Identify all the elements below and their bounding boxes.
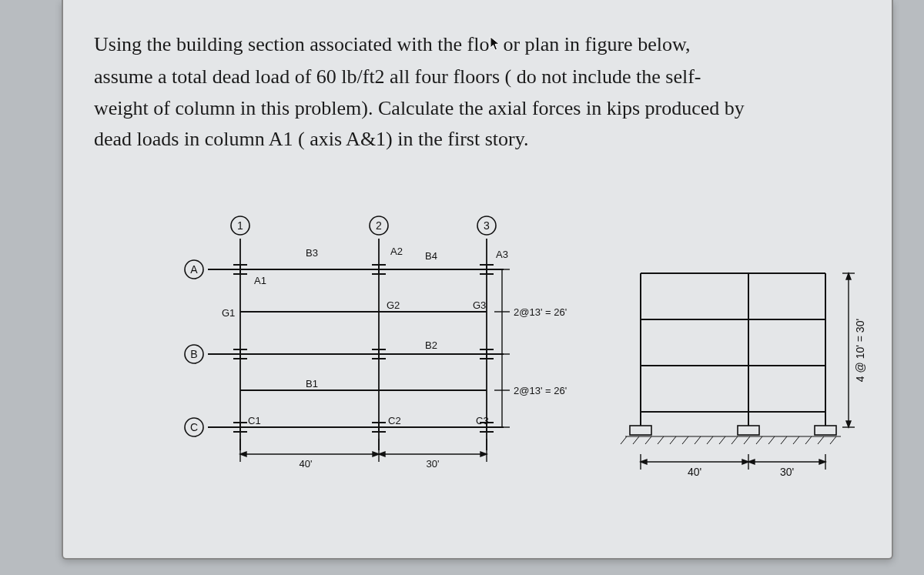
- problem-line2: assume a total dead load of 60 lb/ft2 al…: [94, 65, 701, 88]
- elev-height: 4 @ 10' = 30': [854, 319, 866, 382]
- svg-line-41: [695, 436, 701, 444]
- elev-span2: 30': [780, 466, 794, 478]
- grid-num-1-label: 1: [237, 219, 243, 232]
- label-B1: B1: [306, 378, 318, 389]
- label-B2: B2: [425, 339, 437, 351]
- svg-rect-33: [815, 426, 836, 435]
- svg-line-51: [818, 436, 824, 444]
- label-C3: C3: [476, 415, 489, 426]
- grid-letter-B: B: [185, 345, 203, 363]
- svg-line-43: [719, 436, 725, 444]
- elev-span1: 40': [688, 466, 701, 478]
- svg-line-36: [633, 436, 639, 444]
- cursor-icon: [489, 31, 503, 62]
- grid-C-label: C: [190, 421, 198, 433]
- svg-line-35: [621, 436, 627, 444]
- grid-letter-A: A: [185, 260, 203, 279]
- label-B4: B4: [425, 250, 437, 262]
- dim-span2: 30': [427, 458, 440, 470]
- label-G2: G2: [387, 299, 400, 311]
- problem-line1a: Using the building section associated wi…: [94, 33, 489, 55]
- building-section: 40' 30' 4 @ 10' = 30': [618, 242, 879, 520]
- grid-letter-C: C: [185, 418, 203, 436]
- label-B3: B3: [306, 247, 318, 259]
- grid-B-label: B: [190, 348, 197, 360]
- label-C1: C1: [248, 415, 261, 426]
- svg-line-49: [793, 436, 799, 444]
- problem-line1b: or plan in figure below,: [503, 33, 690, 55]
- page-container: columns Using the building section assoc…: [62, 0, 893, 560]
- svg-line-45: [744, 436, 750, 444]
- svg-line-37: [645, 436, 651, 444]
- svg-line-39: [670, 436, 676, 444]
- grid-num-2-label: 2: [376, 219, 382, 232]
- grid-number-3: 3: [477, 216, 496, 235]
- cropped-word: columns: [225, 0, 293, 2]
- svg-line-42: [707, 436, 713, 444]
- grid-A-label: A: [190, 263, 198, 276]
- dim-span1: 40': [300, 458, 313, 470]
- svg-line-50: [805, 436, 812, 444]
- figures: 1 2 3 A B C: [171, 212, 864, 543]
- dim-bay1: 2@13' = 26': [514, 306, 567, 318]
- floor-plan: 1 2 3 A B C: [171, 212, 602, 520]
- svg-line-38: [658, 436, 664, 444]
- svg-line-48: [781, 436, 787, 444]
- grid-num-3-label: 3: [484, 219, 490, 232]
- grid-number-1: 1: [231, 216, 249, 235]
- svg-line-47: [768, 436, 775, 444]
- problem-statement: Using the building section associated wi…: [94, 29, 861, 155]
- svg-line-52: [830, 436, 836, 444]
- svg-line-46: [756, 436, 762, 444]
- label-G1: G1: [222, 307, 235, 319]
- label-A3: A3: [496, 249, 508, 260]
- svg-rect-32: [738, 426, 759, 435]
- dim-bay2: 2@13' = 26': [514, 385, 567, 396]
- problem-line3: weight of column in this problem). Calcu…: [94, 97, 745, 119]
- label-A2: A2: [390, 246, 403, 257]
- label-C2: C2: [388, 415, 401, 426]
- svg-line-44: [732, 436, 738, 444]
- label-A1: A1: [254, 275, 266, 286]
- grid-number-2: 2: [370, 216, 388, 235]
- svg-line-40: [682, 436, 688, 444]
- svg-rect-31: [630, 426, 651, 435]
- label-G3: G3: [473, 299, 486, 311]
- problem-line4: dead loads in column A1 ( axis A&1) in t…: [94, 128, 528, 150]
